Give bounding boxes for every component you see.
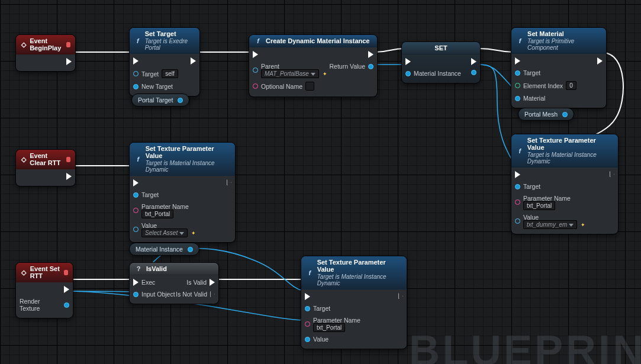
node-title: Set Texture Parameter Value [317, 259, 402, 273]
exec-in-pin[interactable] [133, 179, 138, 187]
delegate-pin[interactable] [66, 42, 70, 47]
new-target-pin[interactable]: New Target [133, 82, 173, 91]
browse-icon[interactable] [189, 229, 196, 236]
pin-label: Render Texture [20, 298, 61, 312]
var-portal-mesh[interactable]: Portal Mesh [518, 108, 574, 121]
event-icon: ◇ [21, 156, 26, 163]
blueprint-canvas[interactable]: { "watermark": "BLUEPRIN", "events": { "… [0, 0, 641, 364]
target-pin[interactable]: Target [515, 182, 540, 191]
exec-in-pin[interactable] [515, 170, 520, 179]
exec-out-pin[interactable] [64, 285, 69, 294]
exec-out-pin[interactable] [191, 57, 196, 65]
exec-out-pin[interactable] [610, 170, 614, 178]
exec-in-pin[interactable] [133, 57, 138, 65]
exec-out-pin[interactable] [471, 57, 476, 66]
node-title: Set Material [527, 30, 601, 37]
element-index-pin[interactable]: Element Index 0 [515, 80, 576, 91]
return-value-pin[interactable]: Return Value [329, 62, 373, 70]
pin-label: Material [523, 95, 545, 102]
delegate-pin[interactable] [66, 157, 70, 162]
var-portal-target[interactable]: Portal Target [131, 94, 189, 107]
input-object-pin[interactable]: Input Object [133, 290, 175, 298]
exec-out-pin[interactable] [227, 179, 231, 186]
node-set-variable[interactable]: SET Material Instance [401, 41, 481, 83]
macro-icon: ? [134, 265, 143, 272]
exec-out-pin[interactable] [398, 292, 403, 299]
node-set-material[interactable]: f Set Material Target is Primitive Compo… [511, 27, 607, 108]
node-event-clear-rtt[interactable]: ◇ Event Clear RTT [15, 149, 76, 186]
param-name-pin[interactable]: Parameter Name txt_Portal [305, 316, 360, 331]
node-title: Event Clear RTT [30, 152, 63, 166]
node-event-beginplay[interactable]: ◇ Event BeginPlay [15, 34, 76, 72]
node-title: IsValid [146, 265, 167, 272]
exec-in-pin[interactable] [305, 292, 310, 301]
node-title: Set Texture Parameter Value [527, 137, 613, 151]
pin-label: Is Valid [186, 279, 207, 286]
target-pin[interactable]: Target [515, 69, 540, 77]
isvalid-out-pin[interactable]: Is Valid [186, 278, 215, 286]
exec-in-pin[interactable] [253, 50, 258, 59]
browse-icon[interactable] [321, 70, 327, 77]
delegate-pin[interactable] [64, 270, 68, 275]
exec-out-pin[interactable] [597, 57, 603, 65]
target-default[interactable]: self [162, 69, 178, 78]
event-icon: ◇ [21, 41, 26, 49]
node-stpv-1[interactable]: f Set Texture Parameter Value Target is … [129, 142, 236, 243]
node-title: Set Texture Parameter Value [146, 145, 230, 159]
element-index-input[interactable]: 0 [566, 81, 576, 90]
node-subtitle: Target is Material Instance Dynamic [146, 160, 230, 173]
node-create-dmi[interactable]: f Create Dynamic Material Instance Paren… [249, 34, 378, 97]
browse-icon[interactable] [579, 221, 585, 228]
pin-label: Value [313, 336, 328, 343]
node-title: Create Dynamic Material Instance [266, 37, 369, 44]
node-set-target[interactable]: f Set Target Target is Exedre Portal Tar… [129, 27, 200, 96]
param-name-pin[interactable]: Parameter Name txt_Portal [515, 194, 571, 210]
isnotvalid-out-pin[interactable]: Is Not Valid [176, 290, 215, 298]
param-name-input[interactable]: txt_Portal [141, 210, 173, 218]
param-name-input[interactable]: txt_Portal [523, 201, 555, 210]
value-default[interactable]: Select Asset [141, 228, 188, 237]
param-name-input[interactable]: txt_Portal [313, 323, 345, 332]
exec-in-pin[interactable] [405, 57, 411, 66]
param-name-pin[interactable]: Parameter Name txt_Portal [133, 202, 189, 218]
node-stpv-3[interactable]: f Set Texture Parameter Value Target is … [301, 256, 407, 349]
render-texture-pin[interactable]: Render Texture [20, 297, 69, 313]
value-in-pin[interactable]: Material Instance [405, 69, 461, 78]
var-material-instance[interactable]: Material Instance [129, 243, 199, 256]
function-icon: f [254, 37, 262, 44]
target-pin[interactable]: Target self [133, 69, 178, 79]
pin-label: Target [523, 69, 540, 76]
node-title: Set Target [145, 30, 195, 37]
parent-pin[interactable]: Parent MAT_PortalBase [253, 62, 327, 78]
capsule-out-pin[interactable] [178, 98, 183, 103]
value-pin[interactable]: Value Select Asset [133, 221, 196, 237]
capsule-out-pin[interactable] [188, 247, 193, 252]
exec-in-pin[interactable] [515, 57, 520, 65]
function-icon: f [134, 156, 142, 163]
target-pin[interactable]: Target [133, 191, 159, 199]
watermark: BLUEPRIN [409, 326, 641, 364]
pin-label: Input Object [141, 291, 175, 298]
exec-out-pin[interactable] [368, 50, 373, 59]
node-stpv-2[interactable]: f Set Texture Parameter Value Target is … [511, 134, 619, 234]
pin-label: Is Not Valid [176, 291, 207, 298]
exec-out-pin[interactable] [66, 172, 72, 181]
capsule-out-pin[interactable] [562, 112, 568, 117]
optional-name-input[interactable] [305, 82, 314, 91]
parent-default[interactable]: MAT_PortalBase [261, 69, 319, 78]
value-out-pin[interactable] [471, 69, 476, 76]
exec-in-pin[interactable]: Exec [133, 278, 155, 286]
exec-out-pin[interactable] [66, 57, 72, 66]
node-title: SET [434, 44, 447, 51]
optional-name-pin[interactable]: Optional Name [253, 81, 327, 91]
value-default[interactable]: txt_dummy_em [523, 220, 577, 229]
material-pin[interactable]: Material [515, 94, 545, 102]
value-pin[interactable]: Value txt_dummy_em [515, 213, 585, 228]
node-isvalid[interactable]: ? IsValid Exec Is Valid Input Object Is … [129, 262, 219, 304]
pin-label: Element Index [523, 82, 563, 89]
pin-label: Target [313, 305, 330, 312]
target-pin[interactable]: Target [305, 304, 330, 313]
node-event-set-rtt[interactable]: ◇ Event Set RTT Render Texture [15, 262, 73, 318]
pin-label: Exec [141, 279, 155, 286]
value-pin[interactable]: Value [305, 335, 328, 343]
